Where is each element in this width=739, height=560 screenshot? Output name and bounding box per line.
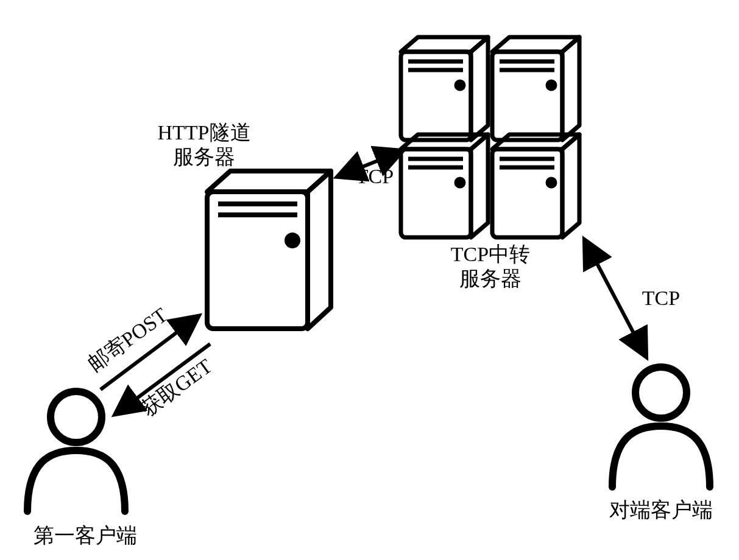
edge-http-tcp-label: TCP <box>344 164 405 189</box>
arrows-layer <box>0 0 739 560</box>
edge-tcp-peer-label: TCP <box>631 286 691 311</box>
diagram-stage: { "nodes": { "http_tunnel_server": { "la… <box>0 0 739 560</box>
